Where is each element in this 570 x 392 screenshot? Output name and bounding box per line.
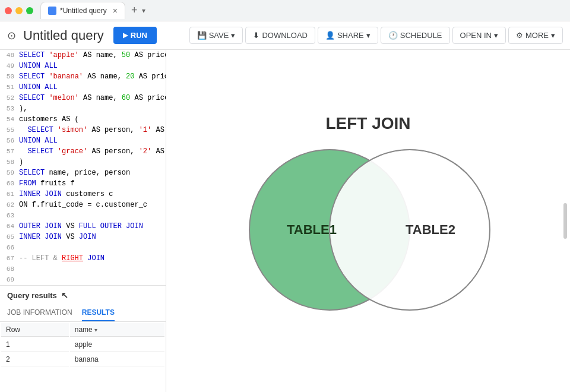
results-title: Query results [7,291,57,300]
name-column-header[interactable]: name ▾ [70,323,164,337]
code-line-51: 51 UNION ALL [0,82,166,93]
sort-icon: ▾ [94,327,97,333]
share-chevron-icon: ▾ [366,31,370,40]
download-button[interactable]: ⬇ DOWNLOAD [245,27,315,44]
code-line-56: 56 UNION ALL [0,135,166,146]
share-button[interactable]: 👤 SHARE ▾ [318,27,378,44]
schedule-label: SCHEDULE [400,31,442,40]
code-line-50: 50 SELECT 'banana' AS name, 20 AS price,… [0,71,166,82]
run-button[interactable]: RUN [113,27,157,44]
more-label: MORE [525,31,549,40]
code-line-64: 64 OUTER JOIN VS FULL OUTER JOIN [0,221,166,232]
save-icon: 💾 [197,31,207,40]
code-line-52: 52 SELECT 'melon' AS name, 60 AS price, … [0,93,166,103]
share-icon: 👤 [325,31,335,40]
download-label: DOWNLOAD [262,31,308,40]
row-number: 2 [1,353,69,366]
code-line-61: 61 INNER JOIN customers c [0,189,166,200]
code-line-59: 59 SELECT name, price, person [0,167,166,178]
code-line-58: 58 ) [0,157,166,167]
code-line-55: 55 SELECT 'simon' AS person, '1' AS cust… [0,125,166,135]
save-chevron-icon: ▾ [231,31,235,40]
code-line-69: 69 [0,274,166,285]
table-row: 2 banana [1,353,164,366]
tab-close-button[interactable]: × [113,6,118,15]
main-content: 48 SELECT 'apple' AS name, 50 AS price, … [0,50,570,392]
window-controls [5,7,33,14]
code-line-57: 57 SELECT 'grace' AS person, '2' AS cust… [0,146,166,157]
code-line-67: 67 -- LEFT & RIGHT JOIN [0,253,166,264]
venn-svg: TABLE1 TABLE2 [220,138,517,322]
scrollbar-thumb[interactable] [563,203,567,239]
code-line-63: 63 [0,210,166,221]
app-logo-icon[interactable]: ⊙ [7,29,16,42]
gear-icon: ⚙ [516,31,523,40]
code-line-49: 49 UNION ALL [0,61,166,71]
code-editor[interactable]: 48 SELECT 'apple' AS name, 50 AS price, … [0,50,166,285]
code-line-66: 66 [0,242,166,253]
schedule-button[interactable]: 🕐 SCHEDULE [381,27,450,44]
code-line-54: 54 customers AS ( [0,114,166,125]
left-panel: 48 SELECT 'apple' AS name, 50 AS price, … [0,50,166,392]
more-chevron-icon: ▾ [551,31,555,40]
row-column-header: Row [1,323,69,337]
tab-title: *Untitled query [60,7,107,15]
tab-chevron-icon[interactable]: ▾ [142,7,145,15]
row-name-cell: apple [70,338,164,352]
code-line-53: 53 ), [0,103,166,114]
share-label: SHARE [337,31,364,40]
new-tab-button[interactable]: + [131,4,138,17]
schedule-icon: 🕐 [388,31,398,40]
active-tab[interactable]: *Untitled query × [40,2,125,19]
query-title: Untitled query [23,28,104,43]
code-line-62: 62 ON f.fruit_code = c.customer_c [0,200,166,210]
download-icon: ⬇ [253,31,259,40]
maximize-icon[interactable] [26,7,33,14]
close-icon[interactable] [5,7,12,14]
venn-diagram: LEFT JOIN TABLE1 TABLE2 [220,102,517,340]
right-panel: LEFT JOIN TABLE1 TABLE2 [166,50,570,392]
venn-title: LEFT JOIN [325,114,410,133]
job-information-tab[interactable]: JOB INFORMATION [7,305,72,321]
open-in-label: OPEN IN [460,31,492,40]
results-table: Row name ▾ 1 apple [0,322,166,368]
tab-favicon [48,7,56,15]
minimize-icon[interactable] [15,7,23,14]
table-row: 1 apple [1,338,164,352]
code-line-65: 65 INNER JOIN VS JOIN [0,232,166,242]
table2-label: TABLE2 [406,222,455,237]
results-panel: Query results ↖ JOB INFORMATION RESULTS … [0,285,166,392]
code-line-60: 60 FROM fruits f [0,178,166,189]
save-button[interactable]: 💾 SAVE ▾ [189,27,243,44]
row-number: 1 [1,338,69,352]
cursor-icon: ↖ [61,290,68,300]
save-label: SAVE [209,31,229,40]
open-in-chevron-icon: ▾ [494,31,498,40]
results-tabs: JOB INFORMATION RESULTS [0,305,166,322]
results-tab[interactable]: RESULTS [82,305,115,321]
table1-label: TABLE1 [287,222,337,237]
more-button[interactable]: ⚙ MORE ▾ [508,27,563,44]
code-line-68: 68 [0,264,166,274]
code-line-48: 48 SELECT 'apple' AS name, 50 AS price, … [0,50,166,61]
results-header: Query results ↖ [0,286,166,305]
open-in-button[interactable]: OPEN IN ▾ [452,27,506,44]
toolbar: ⊙ Untitled query RUN 💾 SAVE ▾ ⬇ DOWNLOAD… [0,21,570,50]
row-name-cell: banana [70,353,164,366]
scrollbar[interactable] [563,50,568,392]
tab-bar: *Untitled query × + ▾ [0,0,570,21]
